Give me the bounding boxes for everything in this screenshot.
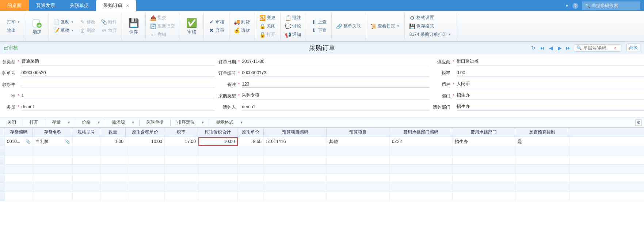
cell-code[interactable]: 0010...📎 (5, 137, 33, 146)
caret-down-icon[interactable]: ▼ (565, 4, 569, 8)
hdr-deptcode[interactable]: 费用承担部门编码 (389, 128, 452, 137)
tb-open[interactable]: 打开 (24, 118, 43, 127)
cell-deptcode[interactable]: 0Z22 (390, 137, 453, 146)
cell-budgetitem[interactable]: 其他 (327, 137, 390, 146)
resubmit-button[interactable]: 🔄重新提交 (149, 22, 177, 30)
val-staff[interactable]: demo1 (22, 104, 215, 110)
tb-close[interactable]: 关闭 (2, 118, 21, 127)
relate-button[interactable]: 🔗整单关联 (335, 22, 363, 30)
hdr-ctrl[interactable]: 是否预算控制 (515, 128, 569, 137)
help-icon[interactable]: ? (572, 3, 578, 9)
tb-display[interactable]: 显示格式 (211, 118, 239, 127)
audit2-button[interactable]: ✔审核 (207, 18, 226, 26)
tab-invoice[interactable]: 普通发票 (29, 0, 62, 11)
draft-button[interactable]: 📝草稿▼ (52, 26, 76, 35)
clear-icon[interactable]: × (614, 45, 617, 50)
export-button[interactable]: 输出 (5, 26, 22, 35)
up-button[interactable]: ⬆上查 (309, 18, 328, 26)
val-ordernum[interactable]: 0000000173 (242, 70, 429, 76)
arrive-button[interactable]: 🚚到货 (232, 18, 252, 26)
cell-unitprice[interactable]: 8.55 (238, 137, 264, 146)
cell-budget[interactable]: 51011416 (264, 137, 327, 146)
cell-spec[interactable] (73, 137, 100, 146)
chevron-down-icon[interactable]: ▼ (132, 121, 138, 124)
cell-taxrate[interactable]: 17.00 (165, 137, 198, 146)
pay-button[interactable]: 💰请款 (232, 26, 252, 35)
submit-button[interactable]: 📤提交 (149, 14, 168, 22)
chevron-down-icon[interactable]: ▼ (240, 121, 246, 124)
notify-button[interactable]: 📢通知 (283, 30, 303, 39)
hdr-unitprice[interactable]: 原币单价 (237, 128, 264, 137)
tb-stock[interactable]: 存量 (47, 118, 66, 127)
print-button[interactable]: 打印▼ (5, 18, 22, 26)
hdr-qty[interactable]: 数量 (100, 128, 126, 137)
table-row[interactable] (0, 192, 644, 201)
val-dept[interactable]: 招生办 (457, 92, 644, 99)
revoke-button[interactable]: ↩撤销 (149, 30, 168, 39)
copy-button[interactable]: 📄复制▼ (52, 18, 76, 26)
delete-button[interactable]: 🗑删除 (78, 26, 97, 35)
abandon-audit-button[interactable]: ✖弃审 (207, 26, 226, 35)
hdr-spec[interactable]: 规格型号 (72, 128, 100, 137)
audit-button[interactable]: ✅ 审核 (183, 16, 201, 37)
close-icon[interactable]: ✕ (126, 4, 129, 8)
refresh-icon[interactable]: ↻ (530, 45, 537, 51)
abandon-button[interactable]: ⊘放弃 (99, 26, 119, 35)
hdr-code[interactable]: 存货编码 (4, 128, 33, 137)
hdr-name[interactable]: 存货名称 (33, 128, 72, 137)
change-button[interactable]: 🔁变更 (258, 14, 277, 22)
tb-price[interactable]: 价格 (77, 118, 96, 127)
open-button[interactable]: 🔓打开 (258, 30, 277, 39)
prev-icon[interactable]: ◀ (548, 45, 554, 51)
save-button[interactable]: 💾 保存 (125, 16, 142, 37)
val-purtype[interactable]: 采购专项 (242, 92, 429, 99)
tb-sort[interactable]: 排序定位 (172, 118, 200, 127)
advanced-link[interactable]: 高级 (626, 44, 640, 52)
val-rate[interactable]: 1 (22, 93, 215, 99)
saveformat-button[interactable]: 💾保存格式 (408, 22, 436, 30)
table-row[interactable] (0, 146, 644, 155)
attach-button[interactable]: 📎附件 (99, 18, 119, 26)
hdr-budgetitem[interactable]: 预算项目 (327, 128, 389, 137)
val-requester[interactable]: demo1 (242, 104, 429, 110)
table-row[interactable] (0, 165, 644, 174)
val-taxrate[interactable]: 0.00 (457, 70, 644, 76)
hdr-price[interactable]: 原币含税单价 (126, 128, 164, 137)
val-reqdept[interactable]: 招生办 (457, 104, 644, 111)
chevron-down-icon[interactable]: ▼ (67, 121, 73, 124)
first-icon[interactable]: ⏮ (539, 45, 545, 51)
val-orderno[interactable]: 0000000530 (22, 70, 215, 76)
paperclip-icon[interactable]: 📎 (65, 139, 70, 144)
hdr-budget[interactable]: 预算项目编码 (264, 128, 327, 137)
gear-icon[interactable]: ⚙ (635, 119, 642, 126)
cell-dept[interactable]: 招生办 (453, 137, 515, 146)
table-row[interactable]: 0010...📎 白乳胶📎 1.00 10.00 17.00 10.00 8.5… (0, 137, 644, 146)
chevron-down-icon[interactable]: ▼ (201, 121, 207, 124)
cell-qty[interactable]: 1.00 (100, 137, 126, 146)
nav-search-input[interactable] (583, 45, 613, 50)
top-search[interactable]: 🔍 单据条码搜索 (582, 1, 640, 10)
nav-search[interactable]: 🔍 × (574, 44, 621, 52)
add-button[interactable]: 增加 (28, 16, 46, 37)
hdr-total[interactable]: 原币价税合计 (198, 128, 237, 137)
close-button[interactable]: 🔒关闭 (258, 22, 277, 30)
table-row[interactable] (0, 174, 644, 183)
viewlog-button[interactable]: 📜查看日志▼ (369, 22, 401, 30)
val-currency[interactable]: 人民币 (457, 81, 644, 88)
cell-name[interactable]: 白乳胶📎 (33, 137, 73, 146)
val-payterm[interactable] (22, 82, 215, 87)
tab-purchase-order[interactable]: 采购订单 ✕ (96, 0, 136, 11)
val-orderdate[interactable]: 2017-11-30 (242, 59, 429, 65)
val-remark[interactable]: 123 (242, 82, 429, 88)
val-supplier[interactable]: 街口路边摊 (457, 58, 644, 65)
discuss-button[interactable]: 💬讨论 (283, 22, 303, 30)
hdr-dept[interactable]: 费用承担部门 (452, 128, 515, 137)
tab-desktop[interactable]: 的桌面 (0, 0, 29, 11)
paperclip-icon[interactable]: 📎 (26, 139, 31, 144)
template-select[interactable]: 8174 采购订单打印▼ (408, 30, 453, 39)
cell-price[interactable]: 10.00 (126, 137, 165, 146)
approve-button[interactable]: 📋批注 (283, 14, 303, 22)
modify-button[interactable]: ✎修改 (78, 18, 97, 26)
tb-reqsrc[interactable]: 需求源 (107, 118, 130, 127)
table-row[interactable] (0, 155, 644, 165)
